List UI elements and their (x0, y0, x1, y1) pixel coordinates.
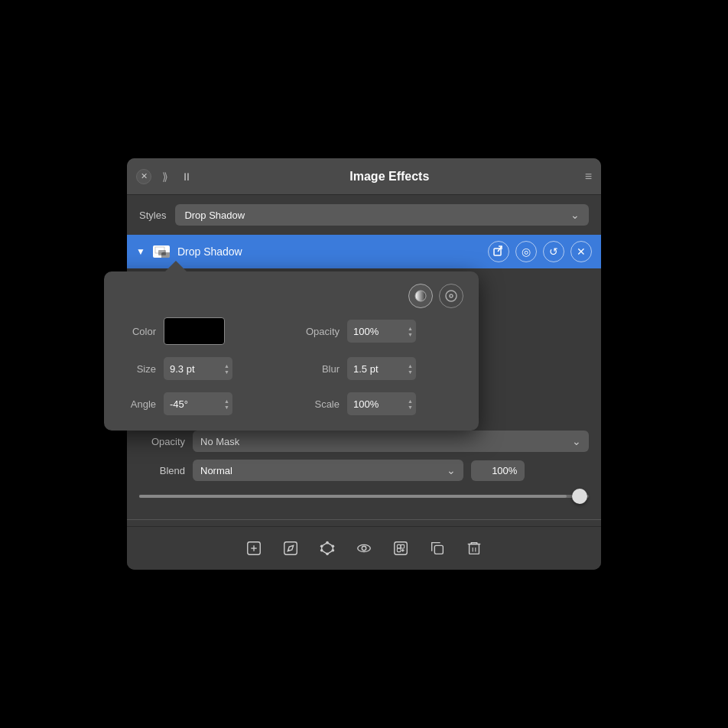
panel-title: Image Effects (194, 170, 585, 184)
drop-shadow-label: Drop Shadow (177, 245, 480, 258)
styles-label: Styles (139, 210, 166, 221)
svg-rect-24 (434, 545, 443, 554)
bottom-toolbar (127, 526, 601, 570)
blur-stepper-input[interactable]: 1.5 pt ▲ ▼ (347, 357, 416, 380)
chevron-up-icon: ▲ (408, 363, 413, 369)
gradient-icon (414, 290, 427, 302)
svg-point-14 (320, 549, 323, 552)
export-icon (492, 245, 505, 258)
bottom-controls: Opacity No Mask ⌄ Blend Normal ⌄ 100% (127, 421, 601, 513)
toolbar-divider (127, 519, 601, 520)
toggle-visibility-button[interactable] (352, 536, 376, 561)
title-bar: ✕ ⟫ ⏸ Image Effects ≡ (127, 158, 601, 195)
opacity-select-value: No Mask (200, 436, 239, 447)
visibility-button[interactable]: ◎ (515, 241, 537, 262)
collapse-triangle-icon[interactable]: ▼ (136, 246, 145, 257)
opacity-field-label: Opacity (303, 326, 340, 337)
color-label: Color (119, 326, 156, 337)
opacity-row: Opacity No Mask ⌄ (139, 431, 589, 452)
color-field: Color (119, 317, 280, 345)
pause-button[interactable]: ⏸ (179, 169, 194, 184)
svg-point-12 (332, 549, 335, 552)
eye-toolbar-icon (356, 540, 372, 557)
edit-icon (282, 540, 299, 557)
chevron-up-icon: ▲ (224, 363, 229, 369)
popup-top-icons (119, 284, 463, 308)
add-icon (245, 540, 262, 557)
svg-point-28 (415, 291, 426, 301)
settings-form: Color Opacity 100% ▲ ▼ Size 9.3 pt (119, 317, 463, 415)
size-stepper[interactable]: ▲ ▼ (224, 363, 229, 375)
size-field: Size 9.3 pt ▲ ▼ (119, 357, 280, 380)
chevron-up-icon: ▲ (408, 398, 413, 404)
navigate-back-button[interactable]: ⟫ (158, 169, 173, 184)
angle-value: -45° (170, 398, 224, 410)
add-group-button[interactable] (388, 536, 413, 561)
blend-dropdown[interactable]: Normal ⌄ (193, 460, 463, 481)
circle-icon (445, 290, 457, 302)
opacity-stepper-input[interactable]: 100% ▲ ▼ (347, 320, 416, 343)
blend-opacity-value: 100% (492, 465, 517, 476)
remove-effect-button[interactable]: ✕ (570, 241, 592, 262)
svg-point-29 (446, 291, 457, 301)
edit-button[interactable] (278, 536, 303, 561)
chevron-down-icon: ▼ (224, 369, 229, 375)
svg-point-15 (320, 544, 323, 548)
styles-row: Styles Drop Shadow ⌄ (127, 195, 601, 235)
angle-stepper[interactable]: ▲ ▼ (224, 398, 229, 410)
slider-track (139, 495, 589, 498)
svg-marker-9 (322, 543, 333, 554)
chevron-down-icon: ⌄ (570, 209, 580, 221)
svg-rect-1 (158, 250, 166, 255)
drop-shadow-settings-popup: Color Opacity 100% ▲ ▼ Size 9.3 pt (104, 271, 479, 431)
blend-opacity-input[interactable]: 100% (471, 460, 525, 481)
slider-fill (139, 495, 567, 498)
menu-button[interactable]: ≡ (585, 170, 592, 184)
delete-button[interactable] (462, 536, 486, 561)
close-button[interactable]: ✕ (136, 169, 151, 184)
times-circle-icon: ✕ (577, 245, 586, 258)
svg-point-11 (332, 544, 335, 548)
opacity-value: 100% (353, 326, 408, 337)
svg-point-13 (326, 553, 329, 556)
scale-stepper[interactable]: ▲ ▼ (408, 398, 413, 410)
linear-gradient-icon-btn[interactable] (408, 284, 433, 308)
add-group-icon (392, 540, 409, 557)
chevron-down-icon: ⌄ (572, 435, 581, 447)
blend-select-value: Normal (200, 465, 232, 476)
slider-thumb[interactable] (572, 489, 587, 504)
duplicate-button[interactable] (425, 536, 450, 561)
opacity-label: Opacity (139, 436, 185, 447)
svg-rect-19 (397, 544, 401, 548)
opacity-slider-row (139, 489, 589, 504)
color-swatch[interactable] (164, 317, 225, 345)
export-button[interactable] (488, 241, 509, 262)
svg-rect-21 (397, 548, 401, 552)
blend-row: Blend Normal ⌄ 100% (139, 460, 589, 481)
node-edit-button[interactable] (315, 536, 340, 561)
opacity-dropdown[interactable]: No Mask ⌄ (193, 431, 589, 452)
angle-stepper-input[interactable]: -45° ▲ ▼ (164, 392, 232, 415)
scale-value: 100% (353, 398, 408, 410)
drop-shadow-row: ▼ Drop Shadow ◎ (127, 235, 601, 268)
reset-button[interactable]: ↺ (543, 241, 564, 262)
scale-label: Scale (303, 398, 340, 410)
drop-shadow-effect-icon (153, 245, 170, 258)
svg-rect-25 (470, 544, 479, 554)
svg-point-30 (450, 294, 453, 297)
size-label: Size (119, 363, 156, 375)
svg-point-17 (362, 546, 366, 551)
blur-stepper[interactable]: ▲ ▼ (408, 363, 413, 375)
blur-label: Blur (303, 363, 340, 375)
blur-field: Blur 1.5 pt ▲ ▼ (303, 357, 463, 380)
scale-stepper-input[interactable]: 100% ▲ ▼ (347, 392, 416, 415)
size-stepper-input[interactable]: 9.3 pt ▲ ▼ (164, 357, 232, 380)
opacity-stepper[interactable]: ▲ ▼ (408, 326, 413, 337)
add-effect-button[interactable] (242, 536, 266, 561)
node-icon (319, 540, 336, 557)
reset-icon: ↺ (549, 245, 558, 258)
radial-gradient-icon-btn[interactable] (439, 284, 463, 308)
svg-rect-7 (284, 542, 297, 555)
opacity-field: Opacity 100% ▲ ▼ (303, 317, 463, 345)
styles-dropdown[interactable]: Drop Shadow ⌄ (175, 204, 589, 226)
